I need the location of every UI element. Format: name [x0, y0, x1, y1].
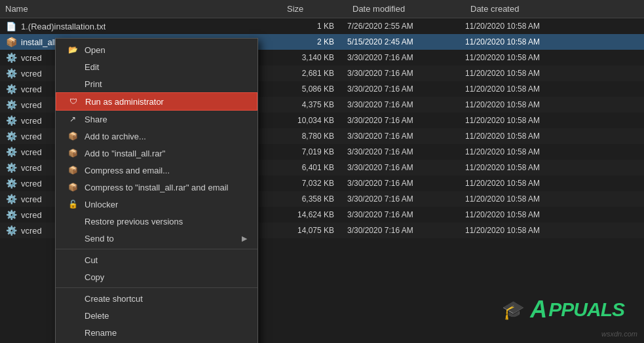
file-date-modified: 3/30/2020 7:16 AM [347, 100, 465, 109]
file-name: vcred [21, 210, 42, 220]
menu-item-icon-share: ↗ [66, 114, 79, 124]
table-row[interactable]: 📄 1.(Read)installation.txt 1 KB 7/26/202… [0, 18, 644, 34]
exe-file-icon: ⚙️ [5, 193, 17, 205]
file-date-created: 11/20/2020 10:58 AM [465, 22, 583, 31]
file-name: 1.(Read)installation.txt [21, 22, 105, 31]
exe-file-icon: ⚙️ [5, 177, 17, 189]
menu-item-icon-rename [66, 327, 79, 338]
menu-item-label-create_shortcut: Create shortcut [85, 294, 143, 304]
menu-item-delete[interactable]: Delete [56, 307, 257, 324]
brand-letter-a: A [530, 296, 546, 323]
menu-item-icon-delete [66, 310, 79, 321]
file-size: 6,358 KB [282, 194, 347, 204]
menu-item-run_admin[interactable]: 🛡Run as administrator [56, 92, 257, 111]
col-modified-header[interactable]: Date modified [352, 4, 470, 14]
rar-file-icon: 📦 [5, 36, 17, 48]
menu-item-add_install_rar[interactable]: 📦Add to "install_all.rar" [56, 145, 257, 162]
file-date-modified: 3/30/2020 7:16 AM [347, 53, 465, 62]
file-name: vcred [21, 132, 42, 141]
menu-item-add_archive[interactable]: 📦Add to archive... [56, 128, 257, 145]
file-date-created: 11/20/2020 10:58 AM [465, 147, 583, 156]
file-date-modified: 7/26/2020 2:55 AM [347, 22, 465, 31]
watermark: wsxdn.com [601, 330, 637, 338]
file-date-created: 11/20/2020 10:58 AM [465, 163, 583, 172]
file-date-created: 11/20/2020 10:58 AM [465, 37, 583, 46]
menu-item-label-add_archive: Add to archive... [85, 132, 146, 141]
file-name: vcred [21, 194, 42, 204]
menu-item-rename[interactable]: Rename [56, 324, 257, 341]
file-size: 4,375 KB [282, 100, 347, 109]
menu-item-label-print: Print [85, 79, 102, 89]
file-date-created: 11/20/2020 10:58 AM [465, 116, 583, 125]
menu-item-label-compress_email: Compress and email... [85, 166, 170, 175]
context-menu: 📂OpenEditPrint🛡Run as administrator↗Shar… [55, 38, 258, 343]
file-size: 5,086 KB [282, 84, 347, 94]
menu-item-edit[interactable]: Edit [56, 58, 257, 75]
menu-item-label-delete: Delete [85, 311, 109, 321]
exe-file-icon: ⚙️ [5, 99, 17, 111]
file-size: 7,032 KB [282, 179, 347, 188]
file-date-modified: 3/30/2020 7:16 AM [347, 147, 465, 156]
file-name-cell: 📄 1.(Read)installation.txt [5, 20, 282, 32]
file-date-created: 11/20/2020 10:58 AM [465, 53, 583, 62]
menu-item-create_shortcut[interactable]: Create shortcut [56, 290, 257, 307]
brand-logo: 🎓 A PPUALS [502, 296, 624, 323]
menu-item-label-open: Open [85, 45, 105, 55]
menu-item-icon-open: 📂 [66, 45, 79, 55]
file-name: vcred [21, 69, 42, 79]
menu-item-restore[interactable]: Restore previous versions [56, 213, 257, 230]
col-created-header[interactable]: Date created [470, 4, 588, 14]
txt-file-icon: 📄 [5, 20, 17, 32]
file-name: vcred [21, 53, 42, 63]
menu-item-icon-restore [66, 216, 79, 226]
menu-item-icon-run_admin: 🛡 [67, 96, 80, 107]
exe-file-icon: ⚙️ [5, 130, 17, 142]
file-date-created: 11/20/2020 10:58 AM [465, 179, 583, 188]
file-date-modified: 3/30/2020 7:16 AM [347, 84, 465, 94]
file-date-modified: 3/30/2020 7:16 AM [347, 226, 465, 235]
menu-item-open[interactable]: 📂Open [56, 41, 257, 58]
col-name-header[interactable]: Name [5, 4, 287, 14]
menu-item-label-add_install_rar: Add to "install_all.rar" [85, 149, 165, 158]
file-name: vcred [21, 100, 42, 110]
file-size: 10,034 KB [282, 116, 347, 125]
file-size: 7,019 KB [282, 147, 347, 156]
file-date-modified: 3/30/2020 7:16 AM [347, 179, 465, 188]
menu-item-send_to[interactable]: Send to▶ [56, 230, 257, 247]
menu-item-unlocker[interactable]: 🔓Unlocker [56, 196, 257, 213]
menu-item-label-cut: Cut [85, 255, 98, 265]
menu-item-compress_email2[interactable]: 📦Compress to "install_all.rar" and email [56, 179, 257, 196]
file-size: 8,780 KB [282, 132, 347, 141]
menu-item-copy[interactable]: Copy [56, 268, 257, 285]
menu-item-print[interactable]: Print [56, 75, 257, 92]
file-date-created: 11/20/2020 10:58 AM [465, 132, 583, 141]
menu-separator [56, 249, 257, 249]
menu-item-icon-copy [66, 272, 79, 282]
menu-item-label-restore: Restore previous versions [85, 217, 183, 226]
file-name: vcred [21, 179, 42, 189]
exe-file-icon: ⚙️ [5, 162, 17, 173]
menu-item-icon-send_to [66, 233, 79, 244]
file-name: vcred [21, 163, 42, 173]
menu-item-icon-print [66, 79, 79, 89]
file-date-modified: 3/30/2020 7:16 AM [347, 116, 465, 125]
exe-file-icon: ⚙️ [5, 209, 17, 221]
exe-file-icon: ⚙️ [5, 225, 17, 236]
file-date-modified: 3/30/2020 7:16 AM [347, 194, 465, 204]
file-date-created: 11/20/2020 10:58 AM [465, 69, 583, 78]
file-name: vcred [21, 84, 42, 94]
file-size: 6,401 KB [282, 163, 347, 172]
menu-item-compress_email[interactable]: 📦Compress and email... [56, 162, 257, 179]
menu-item-share[interactable]: ↗Share [56, 111, 257, 128]
file-size: 14,624 KB [282, 210, 347, 219]
file-size: 2,681 KB [282, 69, 347, 78]
col-size-header[interactable]: Size [287, 4, 352, 14]
menu-item-label-rename: Rename [85, 328, 117, 338]
exe-file-icon: ⚙️ [5, 146, 17, 158]
menu-item-icon-create_shortcut [66, 293, 79, 304]
file-date-created: 11/20/2020 10:58 AM [465, 210, 583, 219]
file-date-created: 11/20/2020 10:58 AM [465, 84, 583, 94]
file-date-created: 11/20/2020 10:58 AM [465, 226, 583, 235]
file-date-modified: 5/15/2020 2:45 AM [347, 37, 465, 46]
menu-item-cut[interactable]: Cut [56, 251, 257, 268]
